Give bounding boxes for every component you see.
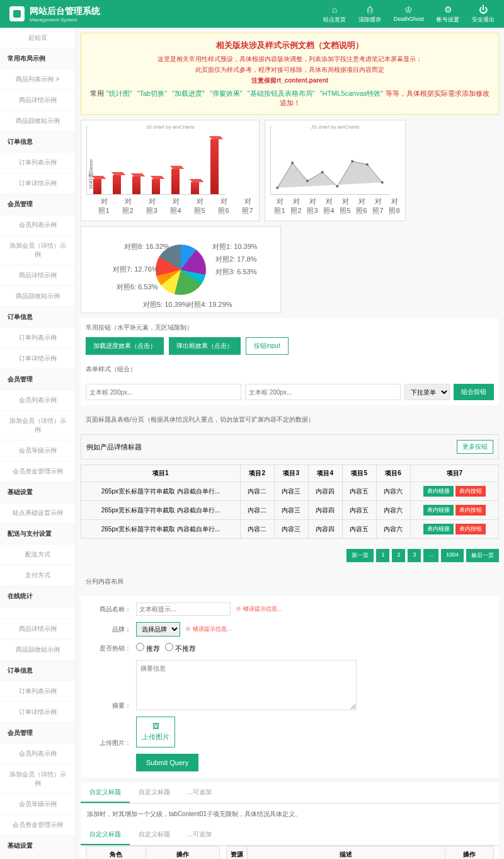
- notice-line-2: 此页面仅为样式参考，程序对接可移除，具体布局根据项目内容而定: [88, 66, 492, 74]
- top-nav-0[interactable]: ⌂站点首页: [323, 4, 346, 24]
- sidebar-item[interactable]: 订单列表示例: [0, 153, 75, 173]
- sidebar-group-head[interactable]: 订单信息: [0, 660, 75, 681]
- pager-item[interactable]: 最后一页: [466, 549, 499, 562]
- sidebar-item[interactable]: 站点基础设置示例: [0, 503, 75, 524]
- combo-input-2[interactable]: [245, 384, 401, 400]
- tab[interactable]: ...可追加: [179, 783, 220, 803]
- sidebar-item[interactable]: 配送方式: [0, 545, 75, 565]
- combo-button[interactable]: 组合按钮: [454, 384, 494, 400]
- sidebar-item[interactable]: 添加会员（详情）示例: [0, 764, 75, 794]
- notice-title: 相关版块涉及样式示例文档（文档说明）: [88, 40, 492, 51]
- upload-box[interactable]: 🖼 上传图片: [136, 717, 175, 747]
- sidebar-item[interactable]: 会员资金管理示例: [0, 815, 75, 836]
- charts-row: JS chart by amCharts 3D柱图Demo 对照1对照2对照3对…: [81, 120, 499, 221]
- notice-tag: "弹窗效果": [210, 89, 243, 97]
- pager-item[interactable]: ...: [423, 549, 438, 562]
- top-nav-3[interactable]: ⚙帐号设置: [437, 4, 459, 24]
- edit-link[interactable]: 表内链接: [423, 505, 454, 516]
- edit-link[interactable]: 表内链接: [423, 486, 454, 497]
- sidebar-item[interactable]: 添加会员（详情）示例: [0, 236, 75, 265]
- pie-label: 对照4: 19.29%: [187, 300, 232, 309]
- sidebar-group-head[interactable]: 常用布局示例: [0, 49, 75, 69]
- sidebar-group-head[interactable]: 会员管理: [0, 369, 75, 390]
- sidebar-item[interactable]: 订单列表示例: [0, 328, 75, 349]
- sidebar-item[interactable]: 商品详情示例: [0, 619, 75, 640]
- tab[interactable]: 自定义标题: [81, 825, 130, 845]
- top-nav-2[interactable]: ♔DeathGhost: [394, 4, 424, 24]
- top-nav-1[interactable]: ⎙清除缓存: [358, 4, 381, 24]
- radio-no[interactable]: 不推荐: [165, 643, 196, 654]
- summary-textarea[interactable]: [136, 660, 357, 710]
- sidebar-item[interactable]: 商品详情示例: [0, 90, 75, 111]
- sidebar-item[interactable]: 商品回收站示例: [0, 640, 75, 660]
- sidebar-item[interactable]: 订单详情示例: [0, 349, 75, 369]
- table-row: 265px宽长标题字符串裁取 内容截自单行...内容二内容三内容四内容五内容六表…: [81, 501, 499, 520]
- sidebar-item[interactable]: 会员列表示例: [0, 215, 75, 236]
- more-button[interactable]: 更多按钮: [457, 440, 493, 454]
- sidebar-start[interactable]: 起始页: [0, 28, 75, 49]
- del-button[interactable]: 表内按钮: [455, 505, 486, 516]
- data-table: 项目1项目2项目3项目4项目5项目6项目7 265px宽长标题字符串裁取 内容截…: [81, 464, 499, 539]
- sidebar-item[interactable]: 订单详情示例: [0, 702, 75, 723]
- combo-input-1[interactable]: [86, 384, 241, 400]
- sidebar-item[interactable]: 商品列表示例 >: [0, 69, 75, 90]
- sidebar-item[interactable]: 会员资金管理示例: [0, 461, 75, 482]
- sidebar-group-head[interactable]: 订单信息: [0, 307, 75, 328]
- buttons-title: 常用按钮（水平块元素，无区域限制）: [81, 318, 499, 337]
- sidebar-group-head[interactable]: 会员管理: [0, 723, 75, 744]
- input-button[interactable]: 按钮input: [246, 337, 289, 355]
- sidebar-item[interactable]: 商品详情示例: [0, 265, 75, 286]
- sidebar-item[interactable]: 添加会员（详情）示例: [0, 411, 75, 441]
- combo-select[interactable]: 下拉菜单: [404, 384, 450, 400]
- sidebar-item[interactable]: 订单列表示例: [0, 681, 75, 702]
- notice-tag: "统计图": [106, 89, 132, 97]
- sidebar-group-head[interactable]: 基础设置: [0, 836, 75, 856]
- image-icon: 🖼: [152, 722, 159, 730]
- nav-icon: ⚙: [444, 4, 452, 14]
- nav-icon: ⌂: [332, 4, 337, 14]
- sidebar-item[interactable]: 订单详情示例: [0, 173, 75, 194]
- sidebar-group-head[interactable]: 会员管理: [0, 194, 75, 215]
- tab[interactable]: 自定义标题: [130, 783, 179, 803]
- bar: [113, 175, 121, 194]
- pie-label: 对照1: 10.39%: [212, 242, 258, 251]
- sidebar-item[interactable]: 商品回收站示例: [0, 286, 75, 307]
- sidebar-item[interactable]: 会员列表示例: [0, 390, 75, 411]
- submit-button[interactable]: Submit Query: [136, 754, 198, 771]
- sidebar-item[interactable]: 支付方式: [0, 565, 75, 586]
- tab[interactable]: ...可追加: [179, 825, 220, 845]
- radio-yes[interactable]: 推荐: [136, 643, 160, 654]
- pager-item[interactable]: 1: [376, 549, 389, 562]
- popup-button[interactable]: 弹出框效果（点击）: [169, 337, 241, 355]
- tab[interactable]: 自定义标题: [130, 825, 179, 845]
- tab[interactable]: 自定义标题: [81, 783, 130, 803]
- del-button[interactable]: 表内按钮: [455, 486, 486, 497]
- sidebar-group-head[interactable]: 基础设置: [0, 482, 75, 503]
- pager-item[interactable]: 2: [392, 549, 405, 562]
- detail-title: 例如产品详情标题: [86, 442, 142, 452]
- sidebar-group-head[interactable]: 在线统计: [0, 586, 75, 607]
- tab-note: 添加时，对其增加一个父级，tabContent01子项无限制，具体情况具体定义。: [81, 804, 499, 825]
- nav-icon: ⎙: [367, 4, 372, 14]
- sidebar-item[interactable]: 会员等级示例: [0, 794, 75, 815]
- pager-item[interactable]: 1004: [441, 549, 464, 562]
- brand-select[interactable]: 选择品牌: [136, 622, 180, 637]
- small-table-2: 资源描述操作测试数据信息过多（扩展性太大），不建议使用此布局，以免数据溢出。De…: [226, 846, 494, 859]
- top-nav-4[interactable]: ⏻安全退出: [472, 4, 495, 24]
- progress-button[interactable]: 加载进度效果（点击）: [86, 337, 164, 355]
- sidebar-item[interactable]: 商品回收站示例: [0, 111, 75, 132]
- sidebar-item[interactable]: 站点基础设置示例: [0, 856, 75, 859]
- sidebar-group-head[interactable]: 订单信息: [0, 132, 75, 153]
- edit-link[interactable]: 表内链接: [423, 524, 454, 534]
- del-button[interactable]: 表内按钮: [455, 524, 486, 534]
- sidebar: 起始页 常用布局示例商品列表示例 >商品详情示例商品回收站示例订单信息订单列表示…: [0, 28, 76, 859]
- name-input[interactable]: [136, 602, 231, 616]
- sidebar-item[interactable]: 会员等级示例: [0, 441, 75, 461]
- sidebar-item[interactable]: 会员列表示例: [0, 744, 75, 764]
- sidebar-group-head[interactable]: 配送与支付设置: [0, 524, 75, 545]
- pie-row: 对照1: 10.39%对照2: 17.8%对照3: 6.53%对照4: 19.2…: [81, 226, 499, 313]
- pager-item[interactable]: 3: [408, 549, 421, 562]
- logo: 网站后台管理系统 Management System: [9, 6, 100, 23]
- pager-item[interactable]: 第一页: [346, 549, 374, 562]
- sidebar-item[interactable]: [0, 607, 75, 619]
